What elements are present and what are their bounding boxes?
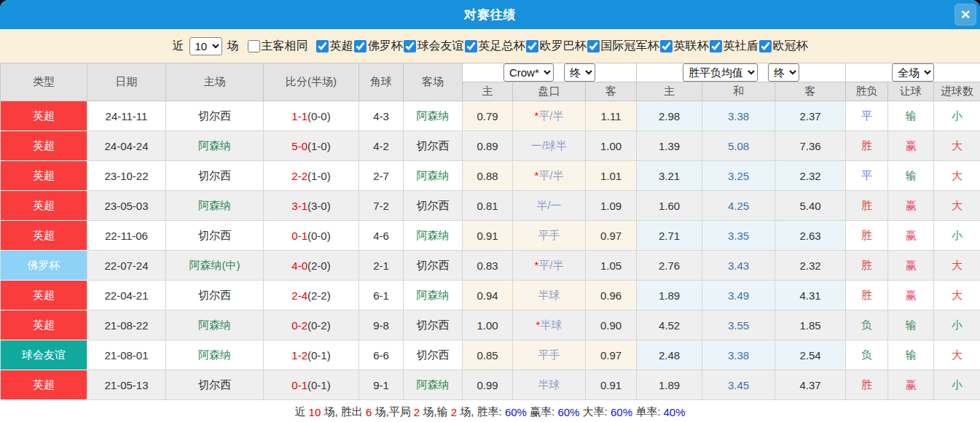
- competition-filter[interactable]: 欧冠杯: [758, 39, 808, 54]
- match-date: 21-08-22: [87, 310, 166, 340]
- avg-type-select[interactable]: 胜平负均值: [683, 63, 758, 82]
- halftime-score: (3-0): [307, 200, 331, 212]
- avg-away-odds: 4.31: [775, 281, 846, 310]
- handicap-line: 一/球半: [513, 131, 586, 161]
- competition-filter[interactable]: 国际冠军杯: [587, 39, 659, 54]
- avg-away-odds: 2.32: [775, 251, 846, 281]
- competition-filter[interactable]: 英足总杯: [464, 39, 525, 54]
- odds-company-select[interactable]: Crow*: [503, 63, 554, 82]
- spread-result-cell: 输: [888, 101, 934, 131]
- same-venue-toggle[interactable]: 主客相同: [248, 39, 308, 54]
- avg-time-select[interactable]: 终: [768, 63, 799, 82]
- h2h-table-body: 英超24-11-11切尔西1-1(0-0)4-3阿森纳0.79*平/半1.112…: [1, 101, 980, 400]
- competition-filter[interactable]: 英联杯: [659, 39, 709, 54]
- home-team: 切尔西: [166, 101, 264, 131]
- competition-filter[interactable]: 欧罗巴杯: [525, 39, 587, 54]
- competition-checkbox[interactable]: [660, 40, 673, 52]
- competition-filter[interactable]: 球会友谊: [403, 39, 464, 54]
- corners-cell: 4-2: [359, 131, 404, 161]
- home-team: 阿森纳: [166, 191, 264, 221]
- total-goals-result-cell: 小: [934, 370, 980, 400]
- avg-draw-odds: 3.55: [702, 310, 775, 340]
- home-team: 阿森纳: [166, 310, 264, 340]
- avg-dropdown-group: 胜平负均值 终: [637, 63, 846, 82]
- corners-cell: 7-2: [359, 191, 404, 221]
- avg-home-odds: 4.52: [637, 310, 702, 340]
- avg-away-odds: 2.32: [775, 161, 846, 191]
- competition-filter[interactable]: 英社盾: [709, 39, 758, 54]
- handicap-line-text: 平/半: [538, 259, 563, 271]
- match-result-cell: 胜: [846, 221, 888, 251]
- halftime-score: (0-1): [307, 379, 331, 391]
- recent-count-select[interactable]: 10: [189, 37, 222, 55]
- competition-checkbox[interactable]: [587, 40, 600, 52]
- avg-away-odds: 5.40: [775, 191, 846, 221]
- dialog-title: 对赛往绩: [464, 7, 517, 23]
- halftime-score: (0-0): [307, 110, 331, 122]
- match-date: 24-11-11: [87, 101, 166, 131]
- competition-label: 英联杯: [674, 39, 709, 54]
- handicap-line: *半球: [513, 310, 586, 340]
- avg-away-odds: 2.63: [775, 221, 846, 251]
- match-result-cell: 胜: [846, 191, 888, 221]
- avg-home-odds: 1.60: [637, 191, 702, 221]
- handicap-line-text: 平手: [538, 348, 560, 361]
- match-result-cell: 平: [846, 161, 888, 191]
- header-avg-home: 主: [637, 82, 702, 101]
- header-ah-line: 盘口: [513, 82, 586, 101]
- match-row: 英超24-11-11切尔西1-1(0-0)4-3阿森纳0.79*平/半1.112…: [1, 101, 980, 131]
- filter-bar: 近 10 场 主客相同 英超佛罗杯球会友谊英足总杯欧罗巴杯国际冠军杯英联杯英社盾…: [0, 29, 980, 63]
- competition-filter[interactable]: 佛罗杯: [353, 39, 403, 54]
- scope-dropdown-group: 全场: [846, 63, 980, 82]
- scope-select[interactable]: 全场: [892, 63, 934, 82]
- competition-checkbox[interactable]: [354, 40, 366, 52]
- competition-checkbox[interactable]: [316, 40, 329, 52]
- competition-checkbox[interactable]: [710, 40, 722, 52]
- competition-checkbox[interactable]: [759, 40, 772, 52]
- match-result-cell: 负: [846, 340, 888, 370]
- spread-result-cell: 赢: [888, 251, 934, 281]
- competition-checkbox[interactable]: [404, 40, 416, 52]
- match-row: 英超23-10-22切尔西2-2(1-0)2-7阿森纳0.88*平/半1.013…: [1, 161, 980, 191]
- away-team: 切尔西: [404, 340, 463, 370]
- avg-draw-odds: 5.08: [702, 131, 775, 161]
- avg-home-odds: 2.98: [637, 101, 702, 131]
- avg-home-odds: 1.89: [637, 281, 702, 310]
- summary-segment: 场,平局: [372, 405, 414, 419]
- total-goals-result-cell: 大: [934, 340, 980, 370]
- competition-type-badge: 英超: [1, 101, 87, 131]
- corners-cell: 2-1: [359, 251, 404, 281]
- fulltime-score: 0-1: [291, 230, 307, 242]
- competition-type-badge: 英超: [1, 310, 87, 340]
- score-cell: 0-1(0-1): [264, 370, 359, 400]
- summary-segment: 60%: [611, 406, 632, 418]
- handicap-away-odds: 0.96: [586, 281, 637, 310]
- close-button[interactable]: ✕: [954, 4, 976, 26]
- competition-type-badge: 英超: [1, 161, 87, 191]
- match-result-cell: 胜: [846, 281, 888, 310]
- spread-result-cell: 赢: [888, 281, 934, 310]
- halftime-score: (0-1): [307, 349, 331, 362]
- competition-filter[interactable]: 英超: [315, 39, 353, 54]
- handicap-home-odds: 0.94: [463, 281, 513, 310]
- competition-label: 英超: [330, 39, 353, 54]
- handicap-dropdown-group: Crow* 终: [463, 63, 637, 82]
- halftime-score: (2-0): [307, 259, 331, 272]
- score-cell: 2-2(1-0): [264, 161, 359, 191]
- odds-time-select[interactable]: 终: [564, 63, 595, 82]
- match-date: 23-05-03: [87, 191, 166, 221]
- same-venue-checkbox[interactable]: [248, 40, 260, 52]
- summary-segment: 赢率:: [527, 405, 558, 419]
- h2h-table: 类型 日期 主场 比分(半场) 角球 客场 Crow* 终 胜平负均值 终 全场: [0, 63, 980, 400]
- away-team: 切尔西: [404, 131, 463, 161]
- summary-segment: 场, 胜出: [321, 405, 366, 419]
- spread-result-cell: 输: [888, 161, 934, 191]
- handicap-home-odds: 1.00: [463, 310, 513, 340]
- competition-checkbox[interactable]: [465, 40, 477, 52]
- close-icon: ✕: [960, 9, 971, 21]
- header-avg-away: 客: [775, 82, 846, 101]
- competition-checkbox[interactable]: [526, 40, 538, 52]
- header-ah-away: 客: [586, 82, 637, 101]
- match-date: 22-04-21: [87, 281, 166, 310]
- total-goals-result-cell: 大: [934, 131, 980, 161]
